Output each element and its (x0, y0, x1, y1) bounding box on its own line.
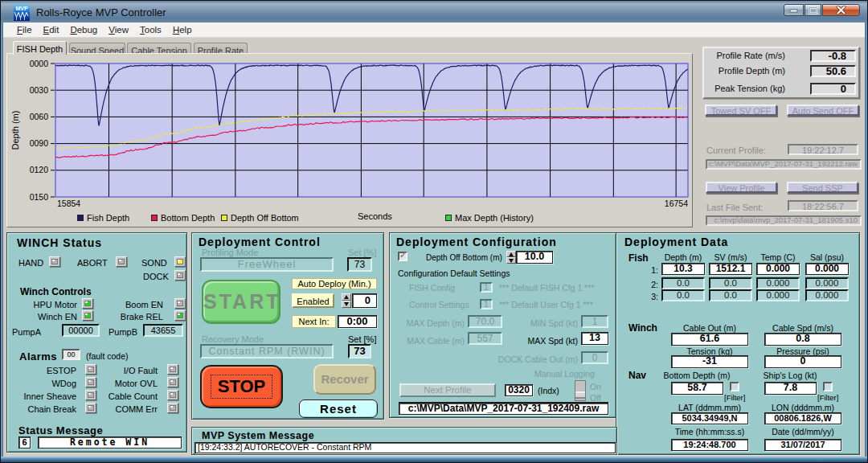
fish-1-sv: 1512.1 (709, 263, 752, 275)
recovery-mode-label: Recovery Mode (202, 334, 264, 344)
ships-log-filter-checkbox[interactable] (823, 382, 833, 391)
cable-spd-value: 0.8 (764, 333, 841, 346)
towed-sv-button[interactable]: Towed SV OFF (705, 104, 777, 116)
profiling-mode-select[interactable]: FreeWheel (200, 257, 334, 272)
menu-view[interactable]: View (103, 23, 134, 36)
spin-up-icon[interactable] (506, 251, 516, 257)
deployment-data-panel: Deployment Data Fish Depth (m) SV (m/s) … (616, 232, 860, 455)
profile-depth-label: Profile Depth (m) (709, 66, 785, 76)
depth-off-bottom-input[interactable]: 10.0 (516, 251, 553, 264)
arrow-glyph (344, 302, 349, 306)
window-frame-bottom (1, 457, 867, 462)
winch-en-indicator[interactable] (82, 310, 93, 321)
recovery-mode-select[interactable]: Constant RPM (RWIN) (200, 344, 334, 359)
legend-bottom-depth: Bottom Depth (151, 213, 215, 223)
menu-help[interactable]: Help (167, 23, 198, 36)
stop-button[interactable]: STOP (200, 365, 283, 408)
io-fault-indicator[interactable] (167, 364, 178, 375)
depth-off-bottom-swatch (221, 215, 227, 221)
menu-debug[interactable]: Debug (64, 23, 103, 36)
manual-logging-toggle[interactable] (575, 380, 586, 401)
io-fault-label: I/O Fault (96, 366, 158, 375)
lat-value: 5034.34949,N (671, 412, 748, 424)
start-button[interactable]: START (202, 280, 280, 324)
current-profile-file: c:\MVP\Data\MVP_2017-07-31_192212.raw (706, 159, 862, 170)
inner-sheave-label: Inner Sheave (15, 391, 76, 401)
wdog-indicator[interactable] (85, 377, 96, 387)
send-ssp-button[interactable]: Send SSP (787, 182, 858, 193)
cable-out-value: 61.6 (671, 333, 748, 346)
legend-fish-depth: Fish Depth (77, 213, 129, 223)
tab-sound-speed[interactable]: Sound Speed (69, 43, 125, 54)
depth-off-bottom-spinner[interactable] (506, 251, 516, 264)
bottom-depth-value: 58.7 (671, 382, 723, 395)
bottom-depth-filter-checkbox[interactable] (730, 382, 739, 391)
window-controls (784, 4, 860, 16)
hpu-motor-indicator[interactable] (82, 298, 93, 309)
alarms-title: Alarms (19, 350, 57, 363)
fish-3-sal: 0.000 (805, 289, 849, 301)
fish-2-depth: 0.0 (661, 277, 705, 289)
max-depth-label: MAX Depth (m) (393, 318, 465, 328)
menu-edit[interactable]: Edit (38, 23, 65, 36)
spin-down-icon[interactable] (342, 301, 351, 308)
enabled-value-input[interactable]: 0 (352, 293, 377, 308)
spin-up-icon[interactable] (342, 293, 351, 301)
toggle-knob[interactable] (575, 391, 585, 399)
boom-en-indicator[interactable] (174, 298, 186, 309)
nav-section-label: Nav (628, 370, 646, 381)
svg-text:0150: 0150 (30, 192, 49, 202)
hpu-motor-label: HPU Motor (23, 300, 77, 309)
reset-button[interactable]: Reset (299, 399, 378, 418)
fish-2-temp: 0.000 (756, 277, 800, 289)
abort-label: ABORT (77, 258, 108, 268)
wdog-label: WDog (15, 379, 76, 388)
recover-button[interactable]: Recover (313, 364, 376, 395)
current-profile-label: Current Profile: (706, 145, 766, 155)
title-bar[interactable]: MVP Rolls-Royce MVP Controller (1, 1, 867, 23)
auto-send-button[interactable]: Auto Send OFF (787, 104, 859, 116)
cable-count-indicator[interactable] (167, 390, 178, 400)
estop-indicator[interactable] (85, 364, 96, 375)
menu-tools[interactable]: Tools (134, 23, 167, 36)
comm-err-indicator[interactable] (167, 403, 178, 413)
estop-label: ESTOP (15, 366, 76, 375)
max-spd-input[interactable]: 13 (581, 332, 608, 345)
enabled-spinner[interactable] (342, 293, 351, 308)
motor-ovl-indicator[interactable] (167, 377, 178, 387)
lat-label: LAT (ddmm.mm) (669, 404, 750, 412)
view-profile-button[interactable]: View Profile (706, 182, 777, 193)
tab-cable-tension[interactable]: Cable Tension (127, 43, 191, 54)
sond-indicator[interactable] (174, 256, 186, 267)
arrow-glyph (509, 259, 514, 263)
dock-label: DOCK (143, 272, 169, 281)
dock-indicator[interactable] (174, 270, 186, 281)
profile-rate-value: -0.8 (810, 50, 856, 62)
bottom-depth-label: Bottom Depth (m) (657, 371, 737, 379)
depth-off-bottom-checkbox[interactable]: ✓ (398, 252, 407, 261)
tab-profile-rate[interactable]: Profile Rate (194, 43, 248, 54)
abort-indicator[interactable] (116, 256, 127, 267)
minimize-button[interactable] (784, 4, 804, 16)
tab-fish-depth[interactable]: FISH Depth (13, 41, 67, 55)
close-button[interactable] (822, 4, 860, 16)
window-frame-right (865, 23, 867, 457)
enabled-label: Enabled (292, 293, 334, 308)
chain-break-indicator[interactable] (85, 403, 96, 413)
current-profile-value: 19:22:12.7 (788, 144, 858, 155)
max-depth-value: 70.0 (468, 315, 502, 328)
next-in-value: 0:00 (338, 315, 377, 328)
profiling-set-pct-label: Set [%] (348, 248, 376, 257)
system-message-panel: MVP System Message [19:24:33.2] AUTORECO… (191, 427, 617, 455)
maximize-button[interactable] (805, 4, 821, 16)
defaults-title: Configuration Default Settings (398, 268, 510, 278)
hand-indicator[interactable] (49, 256, 60, 267)
brake-rel-indicator[interactable] (174, 310, 186, 321)
svg-text:0060: 0060 (30, 112, 49, 121)
next-profile-button[interactable]: Next Profile (399, 383, 496, 397)
inner-sheave-indicator[interactable] (85, 390, 96, 400)
menu-file[interactable]: File (11, 23, 38, 36)
spin-down-icon[interactable] (506, 257, 516, 264)
control-settings-label: Control Settings (409, 300, 469, 309)
app-window: MVP Rolls-Royce MVP Controller File Edit… (0, 0, 868, 463)
